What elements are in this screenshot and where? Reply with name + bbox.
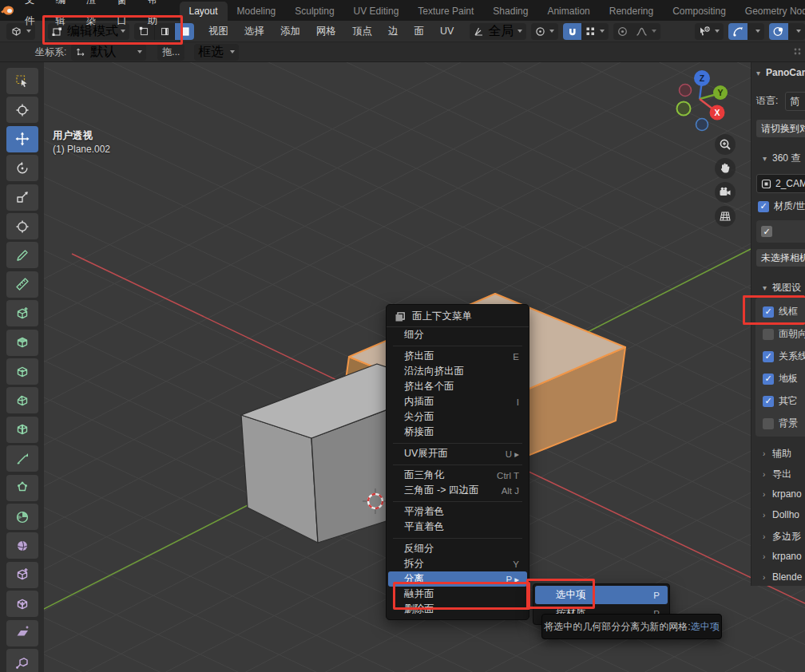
- menu-item-15[interactable]: 平直着色: [387, 520, 529, 535]
- workspace-tab-modeling[interactable]: Modeling: [228, 2, 286, 21]
- tool-rip-region[interactable]: [6, 649, 38, 672]
- viewport-menu-0[interactable]: 视图: [200, 21, 236, 42]
- collapsed-section-0[interactable]: ›辅助: [758, 447, 805, 461]
- tool-spin[interactable]: [6, 504, 38, 530]
- perspective-toggle-button[interactable]: [715, 206, 736, 227]
- camera-object-field[interactable]: 2_CAM: [756, 174, 805, 193]
- view-option-checkbox-面朝向[interactable]: 面朝向: [763, 327, 805, 341]
- falloff-dropdown[interactable]: [632, 23, 660, 40]
- tool-extrude-region[interactable]: [6, 330, 38, 356]
- tool-inset-faces[interactable]: [6, 358, 38, 385]
- panel-header-panocam[interactable]: ▾ PanoCam: [751, 67, 805, 78]
- view-option-checkbox-其它[interactable]: ✓其它: [763, 394, 798, 408]
- collapsed-section-3[interactable]: ›Dollho: [758, 509, 805, 520]
- view-option-checkbox-背景[interactable]: 背景: [763, 417, 798, 430]
- overlays-toggle[interactable]: [769, 23, 788, 40]
- viewport-menu-4[interactable]: 顶点: [344, 21, 380, 42]
- material-world-checkbox[interactable]: ✓ 材质/世界: [758, 200, 805, 213]
- select-box-dropdown[interactable]: 框选: [194, 44, 239, 61]
- drag-dropdown[interactable]: 拖...: [157, 44, 184, 61]
- workspace-tab-geometry-nodes[interactable]: Geometry Nodes: [736, 2, 805, 21]
- tool-annotate[interactable]: [6, 242, 38, 268]
- tool-tweak-select[interactable]: [6, 68, 38, 94]
- workspace-tab-texture-paint[interactable]: Texture Paint: [408, 2, 483, 21]
- menu-item-2[interactable]: 挤出面E: [387, 349, 529, 364]
- tool-rotate[interactable]: [6, 155, 38, 181]
- viewport-menu-3[interactable]: 网格: [308, 21, 344, 42]
- snap-toggle-button[interactable]: [563, 23, 581, 40]
- collapsed-section-6[interactable]: ›Blende: [758, 571, 805, 583]
- tool-edge-slide[interactable]: [6, 562, 38, 588]
- section-360-header[interactable]: ▾ 360 查: [758, 152, 805, 165]
- camera-view-button[interactable]: [715, 182, 736, 203]
- menu-item-18[interactable]: 拆分Y: [387, 556, 529, 571]
- menu-item-6[interactable]: 尖分面: [387, 409, 529, 425]
- collapse-icon[interactable]: [792, 46, 803, 57]
- menu-item-21[interactable]: 删除面: [387, 602, 529, 617]
- face-select-button[interactable]: [174, 23, 194, 40]
- tool-add-cube[interactable]: [6, 300, 38, 326]
- view-option-checkbox-线框[interactable]: ✓线框: [763, 305, 798, 318]
- viewport-menu-6[interactable]: 面: [406, 21, 433, 42]
- menu-item-5[interactable]: 内插面I: [387, 394, 529, 409]
- menubar-item-4[interactable]: 帮助: [137, 0, 169, 31]
- tool-smooth[interactable]: [6, 532, 38, 559]
- tool-move[interactable]: [6, 126, 38, 152]
- menu-item-17[interactable]: 反细分: [387, 541, 529, 556]
- collapsed-section-4[interactable]: ›多边形: [758, 530, 805, 544]
- menu-item-9[interactable]: UV展开面U ▸: [387, 446, 529, 461]
- tool-shrink-fatten[interactable]: [6, 591, 38, 617]
- tool-shear[interactable]: [6, 620, 38, 646]
- sub-option-checkbox[interactable]: ✓: [761, 226, 772, 237]
- submenu-item-0[interactable]: 选中项P: [535, 586, 668, 604]
- menu-item-7[interactable]: 桥接面: [387, 425, 529, 440]
- transform-orientation-dropdown[interactable]: 全局: [470, 23, 526, 40]
- viewport-menu-7[interactable]: UV: [432, 21, 462, 42]
- view-option-checkbox-关系线[interactable]: ✓关系线: [763, 350, 805, 363]
- menubar-item-0[interactable]: 文件: [14, 0, 46, 31]
- collapsed-section-2[interactable]: ›krpano: [758, 488, 805, 500]
- switch-language-button[interactable]: 请切换到对: [756, 120, 805, 137]
- collapsed-section-5[interactable]: ›krpano: [758, 551, 805, 562]
- menu-item-19[interactable]: 分离P ▸: [388, 571, 527, 587]
- menu-item-12[interactable]: 三角面 -> 四边面Alt J: [387, 483, 529, 498]
- menu-item-11[interactable]: 面三角化Ctrl T: [387, 468, 529, 483]
- no-camera-button[interactable]: 未选择相机: [756, 249, 805, 267]
- workspace-tab-sculpting[interactable]: Sculpting: [285, 2, 343, 21]
- blender-logo[interactable]: [0, 0, 14, 21]
- workspace-tab-rendering[interactable]: Rendering: [600, 2, 663, 21]
- language-dropdown[interactable]: 简: [785, 92, 805, 111]
- tool-transform[interactable]: [6, 213, 38, 239]
- tool-measure[interactable]: [6, 271, 38, 298]
- menu-item-14[interactable]: 平滑着色: [387, 504, 529, 520]
- show-gizmo-dropdown[interactable]: [695, 23, 724, 40]
- workspace-tab-uv-editing[interactable]: UV Editing: [344, 2, 409, 21]
- navigation-gizmo[interactable]: Z Y X: [671, 65, 732, 134]
- zoom-button[interactable]: [715, 134, 736, 155]
- menu-item-3[interactable]: 沿法向挤出面: [387, 364, 529, 379]
- menubar-item-2[interactable]: 渲染: [76, 0, 107, 31]
- view-option-checkbox-地板[interactable]: ✓地板: [763, 372, 798, 385]
- workspace-tab-compositing[interactable]: Compositing: [663, 2, 736, 21]
- tool-scale[interactable]: [6, 184, 38, 211]
- menubar-item-3[interactable]: 窗口: [107, 0, 138, 31]
- collapsed-section-1[interactable]: ›导出: [758, 468, 805, 481]
- menubar-item-1[interactable]: 编辑: [46, 0, 77, 31]
- snap-settings-dropdown[interactable]: [581, 23, 609, 40]
- tool-loop-cut[interactable]: [6, 417, 38, 443]
- coord-system-dropdown[interactable]: 默认: [71, 44, 146, 61]
- tool-knife[interactable]: [6, 445, 38, 472]
- gizmos-settings-caret[interactable]: [748, 23, 764, 40]
- view-settings-header[interactable]: ▾ 视图设: [758, 281, 805, 294]
- workspace-tab-animation[interactable]: Animation: [537, 2, 599, 21]
- viewport-menu-1[interactable]: 选择: [236, 21, 272, 42]
- pivot-point-dropdown[interactable]: [531, 23, 558, 40]
- viewport-menu-5[interactable]: 边: [380, 21, 406, 42]
- menu-item-4[interactable]: 挤出各个面: [387, 379, 529, 394]
- proportional-edit-toggle[interactable]: [613, 23, 632, 40]
- workspace-tab-layout[interactable]: Layout: [180, 2, 228, 21]
- tool-bevel[interactable]: [6, 387, 38, 413]
- menu-item-20[interactable]: 融并面: [387, 587, 529, 602]
- workspace-tab-shading[interactable]: Shading: [483, 2, 537, 21]
- gizmos-toggle[interactable]: [728, 23, 748, 40]
